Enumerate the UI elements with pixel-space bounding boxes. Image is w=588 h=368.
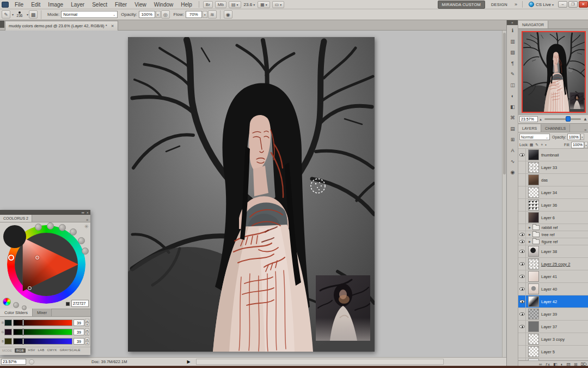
layer-row-figure-ref[interactable]: ▶figure ref bbox=[518, 238, 588, 245]
scheme-preset-icon[interactable] bbox=[47, 222, 54, 230]
layer-row-tree-ref[interactable]: ▶tree ref bbox=[518, 231, 588, 238]
visibility-eye-icon[interactable] bbox=[518, 258, 526, 270]
slider-steppers[interactable]: ▲▼ bbox=[85, 319, 89, 327]
tab-layers[interactable]: LAYERS bbox=[518, 124, 541, 132]
airbrush-toggle-icon[interactable]: ≋ bbox=[208, 10, 217, 19]
scheme-preset-icon[interactable] bbox=[78, 237, 85, 244]
visibility-eye-icon[interactable] bbox=[518, 245, 526, 257]
mode-chip-hsv[interactable]: HSV bbox=[28, 348, 35, 353]
stepper-down-icon[interactable]: ▼ bbox=[85, 341, 89, 345]
color-wheel-mode-icon[interactable] bbox=[3, 298, 11, 306]
visibility-eye-icon[interactable] bbox=[518, 149, 526, 161]
navigator-zoom-input[interactable] bbox=[519, 116, 538, 122]
flow-input[interactable] bbox=[186, 11, 202, 18]
tab-channels[interactable]: CHANNELS bbox=[541, 124, 570, 132]
document-tab[interactable]: muddy colors demo.psd @ 23.6% (Layer 42,… bbox=[5, 21, 118, 31]
disclosure-triangle-icon[interactable]: ▶ bbox=[529, 233, 531, 236]
blend-mode-select[interactable]: Normal⌄ bbox=[61, 11, 118, 18]
opacity-dropdown-button[interactable]: ▾ bbox=[580, 134, 584, 140]
layer-thumbnail[interactable] bbox=[528, 187, 539, 198]
sv-marker[interactable] bbox=[35, 256, 39, 260]
current-color-swatch[interactable] bbox=[3, 225, 26, 248]
hue-marker[interactable] bbox=[8, 255, 14, 261]
layer-thumbnail[interactable] bbox=[528, 321, 539, 332]
annotations-icon[interactable]: ◉ bbox=[507, 167, 518, 178]
tab-close-icon[interactable]: ✕ bbox=[111, 24, 114, 28]
tablet-size-pressure-icon[interactable]: ◉ bbox=[224, 10, 232, 19]
visibility-eye-icon[interactable] bbox=[518, 270, 526, 282]
layer-thumbnail[interactable] bbox=[528, 359, 539, 360]
layer-row-layer-34[interactable]: Layer 34 bbox=[518, 186, 588, 199]
gear-icon[interactable]: ✳ bbox=[84, 224, 89, 230]
tab-coolorus[interactable]: COOLORUS 2 bbox=[0, 215, 32, 222]
navigator-zoom-slider[interactable] bbox=[544, 118, 581, 120]
menu-filter[interactable]: Filter bbox=[111, 2, 131, 8]
layer-row-das[interactable]: das bbox=[518, 174, 588, 186]
layer-row-rabbit-ref[interactable]: ▶rabbit ref bbox=[518, 224, 588, 231]
tab-mixer[interactable]: Mixer bbox=[33, 309, 52, 316]
slider-track-r[interactable] bbox=[13, 319, 72, 326]
slider-value-b[interactable] bbox=[74, 338, 84, 345]
menu-help[interactable]: Help bbox=[177, 2, 196, 8]
canvas-scrollbar[interactable] bbox=[502, 31, 506, 357]
screen-mode-button[interactable]: ▭▾ bbox=[272, 1, 285, 8]
menu-layer[interactable]: Layer bbox=[67, 2, 88, 8]
masks-icon[interactable]: ◧ bbox=[507, 101, 518, 112]
visibility-eye-icon[interactable] bbox=[518, 283, 526, 295]
layer-comps-icon[interactable]: ◫ bbox=[507, 80, 518, 91]
scrollbar-thumb[interactable] bbox=[503, 33, 506, 174]
slider-marker[interactable] bbox=[22, 329, 24, 335]
arrange-documents-button[interactable]: ▦▾ bbox=[258, 1, 270, 8]
layer-thumbnail[interactable] bbox=[528, 246, 539, 257]
histogram-icon[interactable]: ▥ bbox=[507, 36, 518, 47]
launch-mini-bridge-button[interactable]: Mb bbox=[215, 1, 226, 8]
layer-thumbnail[interactable] bbox=[528, 162, 539, 173]
lock-position-icon[interactable]: + bbox=[541, 143, 543, 147]
fill-dropdown-button[interactable]: ▾ bbox=[584, 142, 588, 148]
panel-menu-icon[interactable]: ≡ bbox=[582, 128, 588, 132]
layer-row-layer-6[interactable]: Layer 6 bbox=[518, 212, 588, 224]
opacity-dropdown-button[interactable]: ▾ bbox=[156, 11, 161, 18]
character-icon[interactable]: A bbox=[507, 145, 518, 156]
visibility-eye-icon[interactable] bbox=[518, 308, 526, 320]
close-icon[interactable]: ✕ bbox=[87, 211, 89, 214]
minimize-button[interactable]: – bbox=[558, 1, 567, 8]
workspace-design-button[interactable]: DESIGN bbox=[487, 1, 511, 8]
layer-blend-mode-select[interactable]: Normal⌄ bbox=[519, 134, 550, 140]
hex-input[interactable] bbox=[71, 300, 89, 307]
lock-transparency-icon[interactable]: ▦ bbox=[530, 143, 534, 147]
wheel-option-icon[interactable] bbox=[13, 302, 19, 308]
mode-chip-lab[interactable]: LAB bbox=[38, 348, 45, 353]
layer-thumbnail[interactable] bbox=[528, 149, 539, 160]
visibility-toggle-empty[interactable] bbox=[518, 174, 526, 186]
stepper-down-icon[interactable]: ▼ bbox=[85, 323, 89, 327]
menu-select[interactable]: Select bbox=[88, 2, 111, 8]
stepper-down-icon[interactable]: ▼ bbox=[85, 332, 89, 336]
visibility-toggle-empty[interactable] bbox=[518, 346, 526, 358]
expand-dock-icon[interactable]: « bbox=[507, 20, 518, 25]
slider-marker[interactable] bbox=[22, 338, 24, 345]
slider-value-r[interactable] bbox=[74, 319, 84, 326]
status-options-arrow[interactable]: ▶ bbox=[187, 359, 190, 364]
paragraph-icon[interactable]: ¶ bbox=[507, 58, 518, 69]
layer-row-layer-5[interactable]: Layer 5 bbox=[518, 346, 588, 358]
layer-thumbnail[interactable] bbox=[528, 346, 539, 357]
wheel-option-icon[interactable] bbox=[22, 305, 27, 310]
slider-steppers[interactable]: ▲▼ bbox=[85, 337, 89, 345]
clone-source-icon[interactable]: ⌘ bbox=[507, 112, 518, 123]
disclosure-triangle-icon[interactable]: ▶ bbox=[529, 226, 531, 229]
collapse-icon[interactable]: ▾▾ bbox=[82, 211, 84, 214]
mode-chip-rgb[interactable]: RGB bbox=[15, 348, 26, 353]
visibility-eye-icon[interactable] bbox=[518, 321, 526, 333]
visibility-toggle-empty[interactable] bbox=[518, 212, 526, 224]
layer-thumbnail[interactable] bbox=[528, 334, 539, 345]
slider-thumb[interactable] bbox=[566, 116, 571, 122]
scheme-preset-icon[interactable] bbox=[59, 224, 66, 231]
brush-presets-icon[interactable]: ✎ bbox=[507, 69, 518, 80]
layer-thumbnail[interactable] bbox=[528, 283, 539, 294]
zoom-out-icon[interactable]: ▲ bbox=[539, 118, 542, 121]
restore-button[interactable]: ❐ bbox=[568, 1, 578, 8]
layer-row-layer-42[interactable]: Layer 42 bbox=[518, 295, 588, 308]
visibility-toggle-empty[interactable] bbox=[518, 224, 526, 231]
mode-chip-cmyk[interactable]: CMYK bbox=[47, 348, 57, 353]
